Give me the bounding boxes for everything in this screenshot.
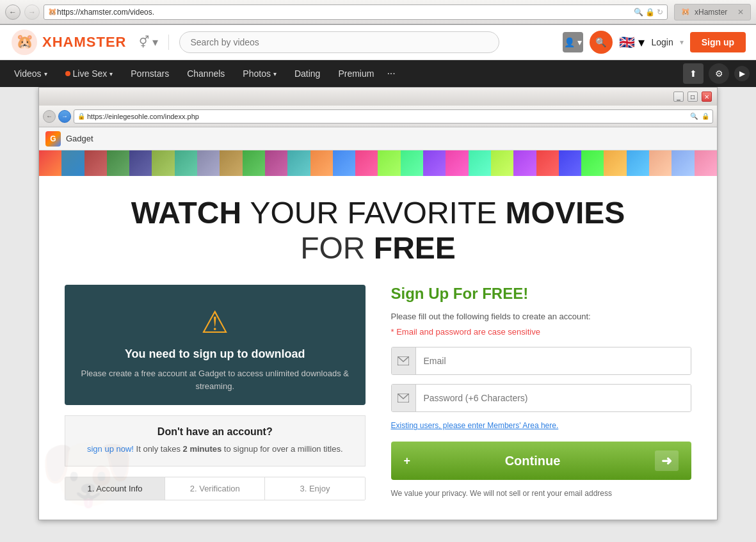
- nav-dating[interactable]: Dating: [287, 63, 328, 84]
- account-text2: to signup for over a million titles.: [224, 444, 343, 454]
- settings-icon: ⚙: [715, 68, 723, 79]
- account-text1: It only takes: [136, 444, 183, 454]
- forward-button: →: [24, 4, 40, 20]
- continue-button[interactable]: + Continue ➜: [391, 442, 692, 480]
- step-enjoy[interactable]: 3. Enjoy: [265, 477, 364, 500]
- warning-desc: Please create a free account at Gadget t…: [77, 367, 353, 392]
- account-question: Don't have an account?: [78, 426, 352, 438]
- nav-channels[interactable]: Channels: [179, 63, 232, 84]
- signup-button[interactable]: Sign up: [690, 32, 746, 52]
- gadget-label: Gadget: [66, 134, 93, 143]
- inner-search-icon: 🔍: [690, 113, 698, 120]
- members-area-link[interactable]: Existing users, please enter Members' Ar…: [391, 421, 692, 430]
- hamster-icon: 🐹: [10, 28, 38, 56]
- inner-maximize-button[interactable]: □: [688, 92, 698, 102]
- xhamster-navbar: Videos ▾ Live Sex ▾ Pornstars Channels P…: [0, 60, 756, 87]
- signup-desc1: Please fill out the following fields to …: [391, 310, 692, 323]
- address-bar[interactable]: 🐹 https://xhamster.com/videos. 🔍 🔒 ↻: [44, 4, 668, 20]
- steps-bar: 1. Account Info 2. Verification 3. Enjoy: [65, 477, 366, 500]
- inner-content: WATCH YOUR FAVORITE MOVIES FOR FREE ⚠ Yo…: [39, 176, 717, 520]
- inner-back-button[interactable]: ←: [43, 110, 56, 123]
- settings-button[interactable]: ⚙: [709, 63, 729, 84]
- logo-text: XHAMSTER: [42, 34, 126, 51]
- plus-icon: +: [404, 454, 411, 468]
- continue-label: Continue: [410, 454, 655, 468]
- xhamster-logo[interactable]: 🐹 XHAMSTER: [10, 28, 126, 56]
- right-column: Sign Up For FREE! Please fill out the fo…: [391, 285, 692, 500]
- tab-label[interactable]: xHamster: [695, 8, 732, 17]
- password-icon: [392, 385, 416, 411]
- browser-chrome: ← → 🐹 https://xhamster.com/videos. 🔍 🔒 ↻…: [0, 0, 756, 25]
- step-account-info[interactable]: 1. Account Info: [65, 477, 165, 500]
- login-button[interactable]: Login: [651, 37, 673, 47]
- warning-box: ⚠ You need to sign up to download Please…: [65, 285, 366, 405]
- inner-minimize-button[interactable]: _: [673, 92, 684, 102]
- xhamster-actions: 👤 ▾ 🔍 🇬🇧 ▾ Login ▾ Sign up: [563, 31, 746, 54]
- password-input[interactable]: [416, 385, 691, 411]
- search-input[interactable]: [179, 31, 499, 53]
- nav-photos[interactable]: Photos ▾: [235, 63, 284, 84]
- nav-pornstars-label: Pornstars: [131, 68, 169, 79]
- photos-dropdown-icon: ▾: [273, 70, 277, 77]
- arrow-icon: ➜: [655, 450, 679, 471]
- account-box: Don't have an account? sign up now! It o…: [65, 415, 366, 466]
- inner-lock-icon: 🔒: [702, 113, 709, 120]
- search-icon: 🔍: [634, 8, 643, 17]
- flag-icon[interactable]: 🇬🇧 ▾: [619, 35, 645, 50]
- nav-live-sex-label: Live Sex: [73, 68, 108, 79]
- envelope-icon: [398, 356, 409, 365]
- svg-text:🐹: 🐹: [16, 33, 34, 50]
- refresh-icon: ↻: [657, 8, 663, 17]
- main-headline: WATCH YOUR FAVORITE MOVIES FOR FREE: [65, 195, 691, 266]
- back-button[interactable]: ←: [5, 4, 20, 20]
- inner-address-bar[interactable]: 🔒 https://einlegesohle.com/indexx.php 🔍 …: [74, 109, 713, 124]
- tab-close-icon[interactable]: ✕: [737, 8, 744, 17]
- gender-icon[interactable]: ⚥ ▾: [139, 35, 158, 49]
- signup-link[interactable]: sign up now!: [87, 444, 134, 454]
- signup-desc2-text: Email and password are case sensitive: [396, 327, 540, 337]
- nav-photos-label: Photos: [243, 68, 271, 79]
- user-menu-button[interactable]: 👤 ▾: [563, 32, 583, 52]
- xhamster-topbar: 🐹 XHAMSTER ⚥ ▾ 👤 ▾ 🔍 🇬🇧 ▾ Login ▾ Sign u…: [0, 25, 756, 60]
- lock-icon: 🔒: [645, 8, 655, 17]
- inner-browser: _ □ ✕ ← → 🔒 https://einlegesohle.com/ind…: [38, 87, 718, 520]
- topbar-divider: [168, 35, 169, 50]
- headline-text: WATCH YOUR FAVORITE MOVIES FOR FREE: [65, 195, 691, 266]
- browser-navbar: ← → 🐹 https://xhamster.com/videos. 🔍 🔒 ↻…: [0, 0, 756, 24]
- inner-url-text: https://einlegesohle.com/indexx.php: [87, 113, 199, 120]
- nav-premium[interactable]: Premium: [330, 63, 382, 84]
- search-button[interactable]: 🔍: [590, 31, 613, 54]
- nav-live-sex[interactable]: Live Sex ▾: [58, 63, 121, 84]
- search-btn-icon: 🔍: [595, 37, 606, 47]
- email-icon: [392, 347, 416, 374]
- nav-pornstars[interactable]: Pornstars: [123, 63, 177, 84]
- nav-videos-label: Videos: [14, 68, 42, 79]
- live-dot-icon: [65, 71, 70, 76]
- signup-title: Sign Up For FREE!: [391, 285, 692, 303]
- extra-button[interactable]: ▶: [734, 66, 750, 81]
- content-columns: ⚠ You need to sign up to download Please…: [65, 285, 691, 500]
- inner-close-button[interactable]: ✕: [702, 92, 712, 102]
- inner-navbar: ← → 🔒 https://einlegesohle.com/indexx.ph…: [39, 106, 717, 127]
- nav-more-button[interactable]: ···: [387, 68, 395, 79]
- gadget-bar: G Gadget: [39, 127, 717, 150]
- upload-button[interactable]: ⬆: [683, 63, 704, 84]
- videos-dropdown-icon: ▾: [44, 70, 47, 77]
- upload-icon: ⬆: [689, 68, 697, 79]
- nav-dating-label: Dating: [294, 68, 320, 79]
- nav-premium-label: Premium: [338, 68, 374, 79]
- thumbnail-strip: [39, 150, 717, 176]
- inner-forward-button[interactable]: →: [58, 110, 71, 123]
- step-3-label: 3. Enjoy: [300, 484, 330, 493]
- email-input[interactable]: [416, 347, 691, 374]
- url-text: https://xhamster.com/videos.: [57, 8, 154, 17]
- step-verification[interactable]: 2. Verification: [165, 477, 265, 500]
- extra-icon: ▶: [739, 69, 745, 78]
- password-field-container: [391, 384, 692, 412]
- step-2-label: 2. Verification: [190, 484, 240, 493]
- privacy-text: We value your privacy. We will not sell …: [391, 488, 692, 499]
- lock-field-icon: [398, 394, 409, 403]
- time-bold: 2 minutes: [183, 444, 222, 454]
- gadget-logo-icon: G: [45, 131, 61, 147]
- nav-videos[interactable]: Videos ▾: [6, 63, 55, 84]
